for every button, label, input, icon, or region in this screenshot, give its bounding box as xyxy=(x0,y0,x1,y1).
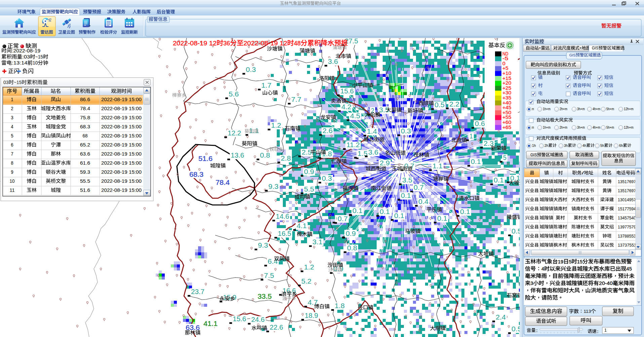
svg-text:5h+m: 5h+m xyxy=(606,107,614,111)
svg-text:5h+m: 5h+m xyxy=(606,125,614,129)
svg-text:2.9: 2.9 xyxy=(380,159,390,167)
svg-text:0.8: 0.8 xyxy=(347,244,357,252)
svg-text:2: 2 xyxy=(11,106,13,111)
svg-text:0.1: 0.1 xyxy=(401,192,411,199)
svg-text:3.6: 3.6 xyxy=(328,58,338,65)
svg-text:+5: +5 xyxy=(502,66,508,71)
svg-text:/: / xyxy=(582,170,584,175)
svg-text:1h+m: 1h+m xyxy=(543,125,551,129)
svg-text:0.3: 0.3 xyxy=(246,66,256,73)
svg-text:-5: -5 xyxy=(502,56,508,61)
svg-text:9.3: 9.3 xyxy=(258,242,268,249)
svg-text::13:14: :13:14 xyxy=(12,60,28,66)
svg-text:6: 6 xyxy=(11,142,13,148)
svg-text:1.7: 1.7 xyxy=(261,82,271,89)
svg-text:2h+m: 2h+m xyxy=(560,125,567,129)
svg-text:0.6: 0.6 xyxy=(475,120,485,127)
svg-text:0.3: 0.3 xyxy=(322,175,332,182)
svg-text:+: + xyxy=(579,46,582,50)
svg-text:1: 1 xyxy=(11,96,13,102)
svg-text:48: 48 xyxy=(294,40,301,47)
svg-text:11.2: 11.2 xyxy=(346,141,360,149)
svg-text:3.1: 3.1 xyxy=(312,238,323,246)
svg-text:1.2: 1.2 xyxy=(304,263,314,271)
svg-text:3h+m: 3h+m xyxy=(577,107,585,111)
svg-text:0.1: 0.1 xyxy=(494,176,504,184)
svg-text:m: m xyxy=(532,107,534,111)
svg-text:16.5: 16.5 xyxy=(278,230,291,237)
svg-text:18.9: 18.9 xyxy=(305,312,318,319)
svg-text:GIS: GIS xyxy=(592,46,599,50)
svg-text:75.8: 75.8 xyxy=(80,115,90,120)
svg-text:12h+m: 12h+m xyxy=(624,125,634,129)
svg-text:0.5: 0.5 xyxy=(434,101,445,109)
svg-text:5.2: 5.2 xyxy=(301,278,311,285)
svg-text:4h+m: 4h+m xyxy=(593,125,600,129)
svg-text:1.8: 1.8 xyxy=(335,302,345,309)
svg-text:+60: +60 xyxy=(502,120,511,125)
svg-text:3.5: 3.5 xyxy=(379,106,389,114)
svg-text:4.7: 4.7 xyxy=(308,299,318,306)
svg-text:3: 3 xyxy=(530,280,533,286)
svg-text:2022-08-19 15:00: 2022-08-19 15:00 xyxy=(101,115,142,120)
svg-text:1.4: 1.4 xyxy=(367,128,377,135)
svg-text:2.5: 2.5 xyxy=(302,149,312,156)
svg-text:9: 9 xyxy=(11,169,13,175)
svg-text:2022-08-19 15:00: 2022-08-19 15:00 xyxy=(101,106,142,111)
svg-text:4h: 4h xyxy=(582,143,586,148)
svg-text:1h: 1h xyxy=(532,143,536,148)
svg-text:0.1: 0.1 xyxy=(352,207,363,214)
svg-text:151775946: 151775946 xyxy=(618,206,638,211)
svg-text:GIS: GIS xyxy=(569,53,576,57)
svg-text:15.6: 15.6 xyxy=(340,87,354,95)
svg-text:2022-08-19 15:00: 2022-08-19 15:00 xyxy=(101,169,142,175)
svg-text:0.8: 0.8 xyxy=(260,152,270,159)
svg-text::: : xyxy=(597,329,599,334)
svg-text:~15: ~15 xyxy=(14,80,22,85)
svg-text:68.3: 68.3 xyxy=(80,124,90,129)
svg-text:15.6: 15.6 xyxy=(233,315,246,323)
svg-text:2.6: 2.6 xyxy=(323,127,333,134)
svg-text:59.3: 59.3 xyxy=(80,169,90,175)
svg-text:51.6: 51.6 xyxy=(198,155,213,162)
svg-text:68: 68 xyxy=(83,133,88,138)
svg-text:1.1: 1.1 xyxy=(432,162,443,170)
svg-text:7.5: 7.5 xyxy=(264,272,274,279)
svg-text:2h+m: 2h+m xyxy=(560,107,567,111)
svg-text:0.3: 0.3 xyxy=(401,127,411,135)
svg-text:2022-08-19 15:00: 2022-08-19 15:00 xyxy=(101,151,142,157)
svg-text:33.5: 33.5 xyxy=(258,292,272,300)
svg-text:51.6: 51.6 xyxy=(80,187,90,193)
svg-text:+10: +10 xyxy=(502,71,511,76)
svg-text:+25: +25 xyxy=(502,85,511,91)
svg-text:10: 10 xyxy=(10,178,15,184)
svg-text:4: 4 xyxy=(11,124,13,129)
svg-text:5: 5 xyxy=(569,259,571,264)
svg-text:23.7: 23.7 xyxy=(191,288,204,295)
svg-text:2022-08-19 15:00: 2022-08-19 15:00 xyxy=(101,142,142,148)
svg-text:78.4: 78.4 xyxy=(80,106,90,111)
svg-text:12h+m: 12h+m xyxy=(624,107,634,111)
svg-text:0.1: 0.1 xyxy=(437,215,447,222)
svg-text:4h+m: 4h+m xyxy=(593,107,600,111)
svg-text:1: 1 xyxy=(604,328,607,333)
svg-text:15: 15 xyxy=(577,259,582,264)
svg-text:139775796: 139775796 xyxy=(618,224,638,229)
svg-text:6h: 6h xyxy=(619,143,623,148)
svg-text:2022-08-19 15:00: 2022-08-19 15:00 xyxy=(101,187,142,193)
svg-text:4.2: 4.2 xyxy=(341,103,351,111)
svg-text:5: 5 xyxy=(11,133,13,138)
svg-text:0.1: 0.1 xyxy=(471,158,481,165)
svg-text:+20: +20 xyxy=(502,80,511,86)
svg-text:~15: ~15 xyxy=(35,54,43,59)
svg-text:0.1: 0.1 xyxy=(460,208,470,215)
svg-text:4.1: 4.1 xyxy=(297,222,307,229)
svg-text:2022-08-19 12: 2022-08-19 12 xyxy=(243,40,287,47)
svg-text:65.2: 65.2 xyxy=(80,142,90,148)
svg-text:41.1: 41.1 xyxy=(203,320,218,327)
svg-text:03: 03 xyxy=(3,80,9,85)
svg-text::03: :03 xyxy=(22,54,30,59)
svg-text:+: + xyxy=(539,46,541,50)
svg-text:10: 10 xyxy=(33,60,38,66)
svg-text:135176975: 135176975 xyxy=(618,188,638,193)
